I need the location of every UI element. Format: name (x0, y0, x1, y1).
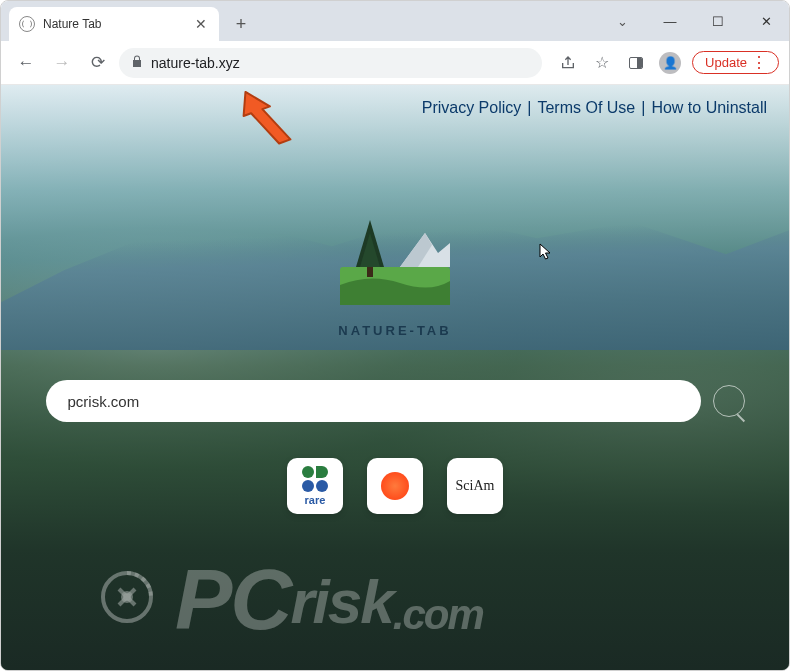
tab-close-icon[interactable]: ✕ (193, 16, 209, 32)
rare-icon (302, 466, 328, 492)
shortcut-rare-label: rare (305, 494, 326, 506)
toolbar-right: ☆ 👤 Update ⋮ (556, 51, 779, 75)
tab-title: Nature Tab (43, 17, 185, 31)
maximize-button[interactable]: ☐ (701, 6, 735, 36)
shortcut-rare[interactable]: rare (287, 458, 343, 514)
shortcut-sciam[interactable]: SciAm (447, 458, 503, 514)
how-to-uninstall-link[interactable]: How to Uninstall (651, 99, 767, 117)
minimize-button[interactable]: — (653, 6, 687, 36)
new-tab-button[interactable]: + (227, 10, 255, 38)
title-bar: Nature Tab ✕ + ⌄ — ☐ ✕ (1, 1, 789, 41)
logo: NATURE-TAB (330, 205, 460, 338)
page-content: Privacy Policy | Terms Of Use | How to U… (1, 85, 789, 670)
omnibox[interactable]: nature-tab.xyz (119, 48, 542, 78)
search-row (46, 380, 745, 422)
tabs-dropdown-icon[interactable]: ⌄ (605, 6, 639, 36)
lock-icon (131, 55, 143, 71)
reload-button[interactable]: ⟳ (83, 48, 113, 78)
forward-button[interactable]: → (47, 48, 77, 78)
url-text: nature-tab.xyz (151, 55, 240, 71)
bookmark-star-icon[interactable]: ☆ (590, 51, 614, 75)
search-button-icon[interactable] (713, 385, 745, 417)
sun-icon (377, 468, 413, 504)
globe-icon (19, 16, 35, 32)
address-bar: ← → ⟳ nature-tab.xyz ☆ 👤 Update ⋮ (1, 41, 789, 85)
shortcut-sun[interactable] (367, 458, 423, 514)
profile-avatar-icon[interactable]: 👤 (658, 51, 682, 75)
separator: | (641, 99, 645, 117)
window-controls: ⌄ — ☐ ✕ (605, 1, 783, 41)
center-content: NATURE-TAB rar (1, 205, 789, 514)
side-panel-icon[interactable] (624, 51, 648, 75)
browser-window: Nature Tab ✕ + ⌄ — ☐ ✕ ← → ⟳ nature-tab.… (0, 0, 790, 671)
close-window-button[interactable]: ✕ (749, 6, 783, 36)
logo-text: NATURE-TAB (338, 323, 451, 338)
privacy-policy-link[interactable]: Privacy Policy (422, 99, 522, 117)
terms-of-use-link[interactable]: Terms Of Use (537, 99, 635, 117)
update-label: Update (705, 55, 747, 70)
separator: | (527, 99, 531, 117)
share-icon[interactable] (556, 51, 580, 75)
update-button[interactable]: Update ⋮ (692, 51, 779, 74)
svg-point-2 (381, 472, 409, 500)
svg-rect-1 (367, 267, 373, 277)
browser-tab[interactable]: Nature Tab ✕ (9, 7, 219, 41)
shortcut-sciam-label: SciAm (456, 478, 495, 494)
top-links: Privacy Policy | Terms Of Use | How to U… (422, 99, 767, 117)
search-input[interactable] (68, 393, 679, 410)
shortcuts: rare SciAm (287, 458, 503, 514)
back-button[interactable]: ← (11, 48, 41, 78)
search-box[interactable] (46, 380, 701, 422)
nature-tab-logo-icon (330, 205, 460, 315)
